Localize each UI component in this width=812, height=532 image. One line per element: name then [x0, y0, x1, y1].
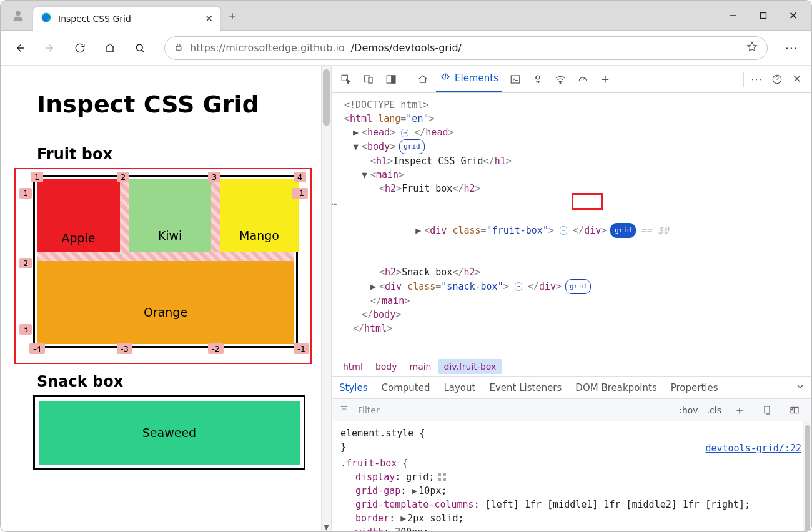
cell-seaweed: Seaweed	[39, 401, 300, 465]
tab-close-icon[interactable]: ✕	[205, 13, 213, 24]
new-style-rule-icon[interactable]: ＋	[730, 401, 749, 420]
css-prop-grid-template-columns[interactable]: grid-template-columns[left] 1fr [middle1…	[355, 498, 803, 511]
dom-tree[interactable]: <!DOCTYPE html> <html lang="en"> ▶<head>…	[332, 93, 811, 357]
section-heading-snack: Snack box	[37, 373, 316, 390]
tab-elements[interactable]: Elements	[436, 66, 502, 92]
window-maximize-button[interactable]	[749, 6, 778, 26]
address-bar[interactable]: https://microsoftedge.github.io/Demos/de…	[164, 36, 768, 60]
crumb-html[interactable]: html	[337, 359, 369, 374]
dom-main-open[interactable]: ▼<main>	[344, 168, 811, 182]
css-element-style-open[interactable]: element.style {	[340, 426, 803, 440]
crumb-div-fruitbox[interactable]: div.fruit-box	[438, 359, 503, 374]
nav-home-button[interactable]	[99, 37, 121, 59]
grid-row-label: 2	[19, 258, 32, 268]
grid-editor-icon[interactable]	[438, 473, 447, 481]
subtab-layout[interactable]: Layout	[443, 382, 475, 393]
lock-icon[interactable]	[174, 42, 184, 54]
fruit-box-container[interactable]: Apple Kiwi Mango Orange	[33, 175, 298, 348]
subtab-styles[interactable]: Styles	[339, 382, 368, 393]
css-prop-grid-gap[interactable]: grid-gap▶10px;	[355, 484, 803, 498]
subtab-dom-breakpoints[interactable]: DOM Breakpoints	[575, 382, 656, 393]
dom-body-open[interactable]: ▼<body>grid	[344, 139, 811, 154]
scroll-thumb[interactable]	[323, 69, 330, 126]
profile-avatar[interactable]	[6, 4, 31, 27]
svg-rect-11	[511, 76, 520, 83]
css-prop-display[interactable]: displaygrid;	[355, 470, 803, 484]
scroll-thumb[interactable]	[805, 425, 810, 531]
css-prop-border[interactable]: border▶2px solid;	[355, 511, 803, 525]
dom-div-snack-box[interactable]: ▶<div class="snack-box"> ⋯ </div>grid	[344, 279, 811, 294]
svg-point-12	[536, 76, 540, 79]
css-source-link[interactable]: devtools-grid/:22	[705, 441, 801, 455]
devtools-panel: Elements ＋ ⋯ ✕ <!DOCTYPE html> <html lan…	[332, 66, 811, 532]
grid-col-label-neg: -3	[117, 343, 132, 354]
scroll-down-icon[interactable]: ▼	[322, 523, 331, 531]
performance-tab-icon[interactable]	[573, 70, 592, 89]
row-actions-icon[interactable]: ⋯	[332, 197, 337, 210]
cell-mango: Mango	[220, 179, 299, 252]
dom-doctype[interactable]: <!DOCTYPE html>	[344, 98, 811, 112]
devtools-help-icon[interactable]	[768, 70, 786, 89]
device-toggle-icon[interactable]	[359, 70, 378, 89]
svg-point-4	[136, 44, 142, 51]
page-heading-h1: Inspect CSS Grid	[37, 91, 316, 118]
window-minimize-button[interactable]	[719, 6, 748, 26]
dom-html-open[interactable]: <html lang="en">	[344, 112, 811, 126]
nav-refresh-button[interactable]	[69, 37, 91, 59]
css-prop-width[interactable]: width300px;	[355, 525, 803, 532]
dom-main-close[interactable]: </main>	[344, 294, 811, 308]
dom-div-fruit-box[interactable]: ⋯ ▶<div class="fruit-box"> ⋯ </div>grid=…	[344, 195, 811, 265]
console-tab-icon[interactable]	[506, 70, 525, 89]
subtab-computed[interactable]: Computed	[382, 382, 430, 393]
page-scrollbar[interactable]: ▲ ▼	[321, 66, 331, 532]
inspect-element-icon[interactable]	[337, 70, 355, 89]
favorite-star-icon[interactable]	[746, 41, 758, 56]
devtools-more-icon[interactable]: ⋯	[748, 70, 766, 89]
dock-side-icon[interactable]	[382, 70, 400, 89]
devtools-close-icon[interactable]: ✕	[788, 70, 806, 89]
dom-h2-fruit[interactable]: <h2>Fruit box</h2>	[344, 182, 811, 195]
nav-back-button[interactable]	[9, 37, 31, 59]
browser-tab[interactable]: Inspect CSS Grid ✕	[33, 7, 220, 31]
welcome-tab-icon[interactable]	[413, 70, 432, 89]
subtab-properties[interactable]: Properties	[671, 382, 718, 393]
grid-badge[interactable]: grid	[565, 279, 591, 294]
cell-kiwi: Kiwi	[129, 179, 211, 252]
dom-breadcrumb: html body main div.fruit-box	[332, 357, 811, 377]
styles-pane[interactable]: element.style { } .fruit-box { devtools-…	[332, 421, 811, 532]
toggle-hov[interactable]: :hov	[679, 405, 698, 415]
dom-body-close[interactable]: </body>	[344, 308, 811, 322]
styles-scrollbar[interactable]	[803, 421, 811, 532]
dom-html-close[interactable]: </html>	[344, 322, 811, 335]
grid-row-label-neg: -1	[292, 188, 308, 199]
subtabs-chevron-icon[interactable]	[795, 382, 805, 394]
snack-box-container[interactable]: Seaweed	[33, 395, 305, 470]
overflow-menu-button[interactable]: ⋯	[781, 41, 803, 56]
filter-input[interactable]: Filter	[358, 405, 380, 415]
grid-col-label: 4	[294, 172, 306, 182]
grid-badge-selected[interactable]: grid	[610, 223, 636, 238]
toggle-cls[interactable]: .cls	[707, 405, 721, 415]
grid-col-label: 1	[31, 172, 43, 182]
section-heading-fruit: Fruit box	[37, 145, 316, 163]
crumb-main[interactable]: main	[404, 359, 438, 374]
subtab-event-listeners[interactable]: Event Listeners	[489, 382, 562, 393]
sources-tab-icon[interactable]	[528, 70, 547, 89]
dom-h2-snack[interactable]: <h2>Snack box</h2>	[344, 265, 811, 279]
cell-apple: Apple	[37, 179, 120, 252]
new-tab-button[interactable]: ＋	[220, 8, 244, 23]
window-close-button[interactable]: ✕	[779, 6, 808, 26]
svg-rect-10	[392, 76, 395, 83]
computed-sidebar-icon[interactable]	[785, 401, 804, 420]
dom-h1[interactable]: <h1>Inspect CSS Grid</h1>	[344, 154, 811, 168]
grid-badge[interactable]: grid	[399, 139, 425, 154]
window-titlebar: Inspect CSS Grid ✕ ＋ ✕	[1, 1, 811, 31]
page-viewport: Inspect CSS Grid Fruit box Apple Kiwi Ma…	[1, 66, 332, 532]
dom-head[interactable]: ▶<head> ⋯ </head>	[344, 126, 811, 139]
crumb-body[interactable]: body	[369, 359, 404, 374]
more-tabs-button[interactable]: ＋	[596, 70, 615, 89]
css-selector-fruitbox[interactable]: .fruit-box {	[340, 456, 803, 470]
nav-search-icon[interactable]	[129, 37, 151, 59]
network-tab-icon[interactable]	[551, 70, 570, 89]
copy-styles-icon[interactable]	[758, 401, 776, 420]
